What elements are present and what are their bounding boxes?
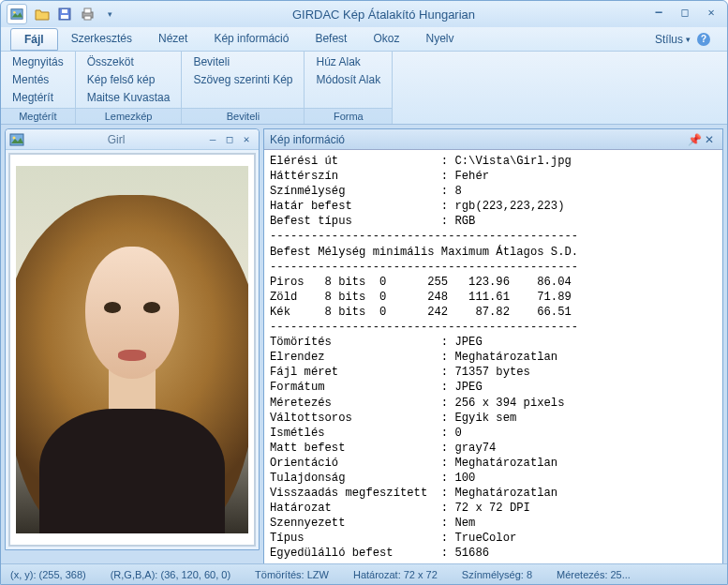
- maximize-button[interactable]: □: [675, 6, 695, 22]
- child-window-titlebar: Girl – □ ✕: [6, 129, 259, 150]
- svg-rect-4: [62, 9, 67, 13]
- ribbon-item-összeköt[interactable]: Összeköt: [83, 53, 174, 70]
- qat-dropdown-icon[interactable]: ▾: [100, 5, 119, 23]
- left-pane: Girl – □ ✕: [1, 125, 263, 563]
- ribbon-item-szöveg-szerinti-kép[interactable]: Szöveg szerinti Kép: [189, 71, 296, 88]
- ribbon-item-megtérít[interactable]: Megtérít: [8, 89, 67, 106]
- child-maximize-button[interactable]: □: [221, 133, 238, 145]
- ribbon-item-kép-felső-kép[interactable]: Kép felső kép: [83, 71, 174, 88]
- info-panel-body[interactable]: Elérési út : C:\Vista\Girl.jpg Háttérszí…: [264, 150, 722, 563]
- info-panel: Kép információ 📌 ✕ Elérési út : C:\Vista…: [263, 128, 723, 563]
- dropdown-icon: ▾: [686, 35, 691, 44]
- right-pane: Kép információ 📌 ✕ Elérési út : C:\Vista…: [263, 125, 727, 563]
- menu-item-befest[interactable]: Befest: [302, 28, 360, 51]
- menu-item-nyelv[interactable]: Nyelv: [412, 28, 467, 51]
- menubar: FájlSzerkesztésNézetKép információBefest…: [1, 27, 727, 52]
- close-button[interactable]: ✕: [701, 6, 721, 22]
- ribbon-group-beviteli: BeviteliSzöveg szerinti KépBeviteli: [182, 52, 305, 124]
- menu-item-nézet[interactable]: Nézet: [145, 28, 201, 51]
- image-icon: [9, 132, 24, 147]
- ribbon-group-megtérít: MegnyitásMentésMegtérítMegtérít: [1, 52, 76, 124]
- status-resolution: Határozat: 72 x 72: [353, 569, 438, 580]
- menu-item-kép-információ[interactable]: Kép információ: [201, 28, 302, 51]
- ribbon-item-mentés[interactable]: Mentés: [8, 71, 67, 88]
- status-size: Méretezés: 25...: [557, 569, 631, 580]
- pin-icon[interactable]: 📌: [687, 133, 702, 146]
- save-icon[interactable]: [55, 5, 74, 23]
- child-minimize-button[interactable]: –: [204, 133, 221, 145]
- ribbon-item-megnyitás[interactable]: Megnyitás: [8, 53, 67, 70]
- status-depth: Színmélység: 8: [462, 569, 532, 580]
- ribbon: MegnyitásMentésMegtérítMegtérítÖsszekötK…: [1, 52, 727, 125]
- open-icon[interactable]: [33, 5, 52, 23]
- style-label: Stílus: [655, 33, 683, 46]
- child-window-title: Girl: [28, 133, 204, 146]
- window-controls: – □ ✕: [648, 6, 721, 22]
- help-icon[interactable]: ?: [697, 33, 710, 46]
- menu-item-okoz[interactable]: Okoz: [360, 28, 412, 51]
- status-rgba: (R,G,B,A): (36, 120, 60, 0): [111, 569, 230, 580]
- ribbon-group-label: Megtérít: [1, 108, 75, 124]
- print-icon[interactable]: [78, 5, 97, 23]
- ribbon-item-húz-alak[interactable]: Húz Alak: [312, 53, 384, 70]
- image-content: [16, 166, 248, 533]
- workspace: Girl – □ ✕ Kép információ 📌 ✕: [1, 125, 727, 563]
- ribbon-group-label: Beviteli: [182, 108, 304, 124]
- titlebar: ▾ GIRDAC Kép Átalakító Hungarian – □ ✕: [1, 1, 727, 27]
- info-panel-title: Kép információ: [270, 133, 687, 146]
- ribbon-group-forma: Húz AlakMódosít AlakForma: [305, 52, 393, 124]
- svg-rect-6: [84, 8, 91, 13]
- ribbon-item-beviteli[interactable]: Beviteli: [189, 53, 296, 70]
- info-panel-header: Kép információ 📌 ✕: [264, 129, 722, 150]
- ribbon-group-label: Lemezkép: [76, 108, 182, 124]
- panel-close-button[interactable]: ✕: [702, 133, 717, 146]
- child-close-button[interactable]: ✕: [238, 133, 255, 145]
- ribbon-item-maitse-kuvastaa[interactable]: Maitse Kuvastaa: [83, 89, 174, 106]
- menu-item-szerkesztés[interactable]: Szerkesztés: [58, 28, 145, 51]
- quick-access-toolbar: ▾: [33, 5, 119, 23]
- image-viewport[interactable]: [8, 153, 256, 547]
- ribbon-group-lemezkép: ÖsszekötKép felső képMaitse KuvastaaLeme…: [76, 52, 183, 124]
- svg-rect-3: [61, 15, 68, 19]
- svg-point-1: [13, 11, 16, 14]
- app-icon[interactable]: [7, 4, 27, 24]
- status-compression: Tömörítés: LZW: [255, 569, 329, 580]
- app-title: GIRDAC Kép Átalakító Hungarian: [119, 8, 648, 22]
- statusbar: (x, y): (255, 368) (R,G,B,A): (36, 120, …: [1, 563, 727, 584]
- ribbon-group-label: Forma: [305, 108, 392, 124]
- svg-rect-7: [84, 16, 91, 20]
- minimize-button[interactable]: –: [648, 6, 669, 22]
- image-child-window: Girl – □ ✕: [5, 128, 260, 550]
- app-window: ▾ GIRDAC Kép Átalakító Hungarian – □ ✕ F…: [0, 0, 728, 585]
- ribbon-item-módosít-alak[interactable]: Módosít Alak: [312, 71, 384, 88]
- status-xy: (x, y): (255, 368): [10, 569, 86, 580]
- menu-item-fájl[interactable]: Fájl: [10, 28, 58, 51]
- style-dropdown[interactable]: Stílus ▾ ?: [647, 30, 718, 49]
